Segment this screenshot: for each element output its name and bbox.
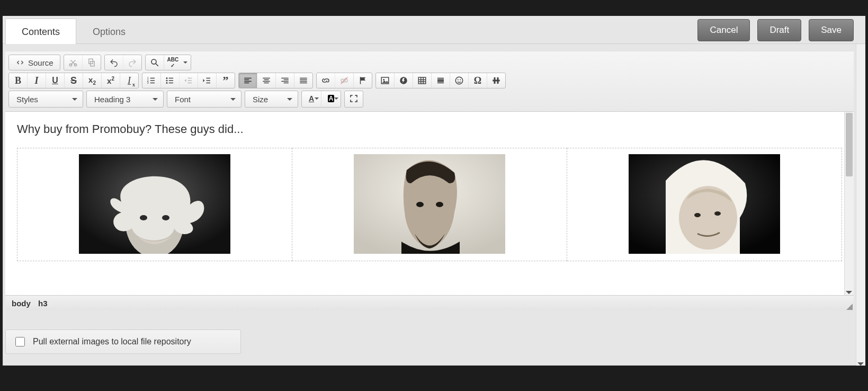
resize-handle[interactable] bbox=[846, 304, 853, 310]
panel-scrollbar[interactable] bbox=[856, 32, 865, 366]
link-button[interactable] bbox=[317, 73, 335, 88]
cancel-button[interactable]: Cancel bbox=[697, 19, 750, 41]
bold-button[interactable]: B bbox=[9, 73, 27, 88]
tab-contents[interactable]: Contents bbox=[5, 19, 76, 44]
content-heading[interactable]: Why buy from Promobuy? These guys did... bbox=[17, 122, 842, 136]
align-right-button[interactable] bbox=[275, 73, 294, 88]
path-h3[interactable]: h3 bbox=[38, 299, 48, 308]
align-justify-icon bbox=[299, 76, 308, 85]
path-body[interactable]: body bbox=[12, 299, 31, 308]
copy-icon bbox=[87, 58, 96, 67]
link-icon bbox=[321, 76, 330, 85]
chevron-down-icon bbox=[153, 98, 158, 101]
numbered-list-button[interactable]: 123 bbox=[142, 73, 160, 88]
flash-button[interactable] bbox=[394, 73, 413, 88]
svg-point-15 bbox=[455, 77, 463, 84]
outdent-icon bbox=[184, 76, 193, 85]
editor-panel: Contents Options Cancel Draft Save Sourc… bbox=[3, 16, 865, 366]
chevron-down-icon bbox=[287, 98, 292, 101]
svg-point-12 bbox=[383, 79, 384, 81]
chevron-down-icon bbox=[315, 97, 319, 100]
superscript-button[interactable]: x2 bbox=[101, 73, 120, 88]
svg-point-34 bbox=[714, 211, 721, 216]
pull-images-option[interactable]: Pull external images to local file repos… bbox=[5, 330, 241, 354]
spellcheck-button[interactable]: ABC✓ bbox=[164, 55, 191, 70]
chevron-down-icon bbox=[72, 98, 77, 101]
smiley-icon bbox=[454, 76, 464, 85]
find-button[interactable] bbox=[146, 55, 164, 70]
smiley-button[interactable] bbox=[450, 73, 468, 88]
chevron-down-icon bbox=[183, 61, 187, 64]
editor-document[interactable]: Why buy from Promobuy? These guys did... bbox=[5, 112, 854, 272]
redo-button[interactable] bbox=[123, 55, 141, 70]
underline-button[interactable]: U bbox=[46, 73, 64, 88]
table-row[interactable] bbox=[17, 148, 842, 261]
remove-format-button[interactable]: Ix bbox=[120, 73, 138, 88]
source-icon bbox=[15, 58, 25, 67]
save-button[interactable]: Save bbox=[809, 19, 854, 41]
indent-button[interactable] bbox=[198, 73, 216, 88]
action-buttons: Cancel Draft Save bbox=[697, 19, 854, 41]
source-label: Source bbox=[28, 58, 53, 67]
italic-icon: I bbox=[34, 75, 38, 86]
portrait-einstein[interactable] bbox=[79, 154, 230, 254]
svg-point-29 bbox=[436, 202, 443, 207]
iframe-button[interactable] bbox=[487, 73, 505, 88]
table-icon bbox=[417, 76, 427, 85]
svg-point-9 bbox=[166, 80, 168, 82]
outdent-button[interactable] bbox=[179, 73, 198, 88]
tab-options[interactable]: Options bbox=[76, 19, 142, 44]
align-justify-button[interactable] bbox=[294, 73, 312, 88]
align-left-icon bbox=[243, 76, 253, 85]
pull-images-checkbox[interactable] bbox=[15, 337, 25, 346]
font-combo[interactable]: Font bbox=[167, 91, 241, 108]
styles-combo[interactable]: Styles bbox=[8, 91, 83, 108]
align-center-button[interactable] bbox=[257, 73, 275, 88]
pull-images-label: Pull external images to local file repos… bbox=[33, 337, 191, 346]
table-cell[interactable] bbox=[567, 148, 842, 261]
table-button[interactable] bbox=[413, 73, 431, 88]
anchor-button[interactable] bbox=[353, 73, 372, 88]
image-grid-table[interactable] bbox=[17, 148, 842, 261]
svg-point-28 bbox=[416, 202, 424, 207]
subscript-icon: x2 bbox=[88, 75, 96, 86]
portrait-lincoln[interactable] bbox=[354, 154, 505, 254]
copy-button[interactable] bbox=[82, 55, 101, 70]
spellcheck-icon: ABC✓ bbox=[167, 57, 179, 68]
anchor-flag-icon bbox=[358, 76, 368, 85]
maximize-button[interactable] bbox=[345, 91, 363, 106]
editor-content-area[interactable]: Why buy from Promobuy? These guys did... bbox=[5, 112, 854, 295]
scrollbar-thumb[interactable] bbox=[846, 113, 853, 176]
svg-rect-20 bbox=[493, 80, 500, 82]
portrait-victoria[interactable] bbox=[629, 154, 780, 254]
source-button[interactable]: Source bbox=[9, 55, 60, 70]
format-combo[interactable]: Heading 3 bbox=[86, 91, 164, 108]
bg-color-button[interactable]: A bbox=[321, 91, 341, 106]
text-color-button[interactable]: A bbox=[302, 91, 321, 106]
find-icon bbox=[150, 58, 159, 67]
draft-button[interactable]: Draft bbox=[757, 19, 801, 41]
iframe-icon bbox=[491, 76, 501, 85]
content-scrollbar[interactable] bbox=[844, 112, 854, 295]
align-left-button[interactable] bbox=[239, 73, 257, 88]
strike-button[interactable]: S bbox=[64, 73, 83, 88]
rich-text-editor: Source bbox=[5, 51, 854, 311]
undo-button[interactable] bbox=[105, 55, 123, 70]
size-combo[interactable]: Size bbox=[245, 91, 298, 108]
remove-format-icon: Ix bbox=[128, 75, 131, 86]
unlink-button[interactable] bbox=[335, 73, 353, 88]
align-center-icon bbox=[262, 76, 271, 85]
redo-icon bbox=[128, 58, 137, 67]
cut-button[interactable] bbox=[64, 55, 82, 70]
horizontal-rule-button[interactable] bbox=[431, 73, 450, 88]
bulleted-list-button[interactable] bbox=[160, 73, 179, 88]
special-char-button[interactable]: Ω bbox=[468, 73, 487, 88]
subscript-button[interactable]: x2 bbox=[83, 73, 101, 88]
blockquote-button[interactable]: ” bbox=[216, 73, 235, 88]
unlink-icon bbox=[339, 76, 349, 85]
table-cell[interactable] bbox=[17, 148, 292, 261]
image-button[interactable] bbox=[376, 73, 394, 88]
italic-button[interactable]: I bbox=[27, 73, 46, 88]
table-cell[interactable] bbox=[292, 148, 567, 261]
scroll-down-icon[interactable] bbox=[846, 291, 852, 294]
